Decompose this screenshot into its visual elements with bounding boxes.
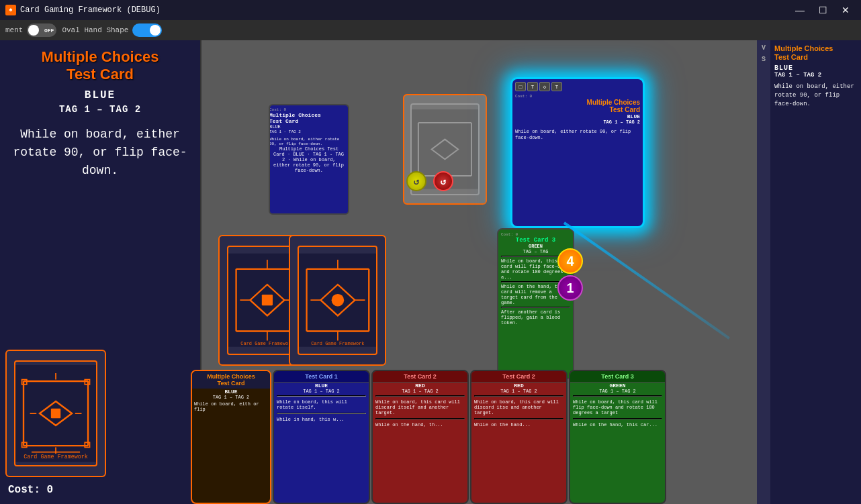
- laser-beam: [563, 221, 730, 339]
- svg-rect-29: [261, 295, 272, 305]
- hand-tc1-color: BLUE: [274, 383, 369, 389]
- right-panel-content: Multiple ChoicesTest Card BLUE TAG 1 – T…: [770, 40, 861, 504]
- toggle-2-switch[interactable]: ON: [132, 23, 162, 37]
- hand-mc-body: While on board, eith or flip: [192, 400, 270, 413]
- right-panel: V S Multiple ChoicesTest Card BLUE TAG 1…: [757, 40, 861, 504]
- toggle-1-knob: [28, 25, 39, 36]
- title-bar-left: ♠ Card Gaming Framework (DEBUG): [5, 5, 161, 15]
- app-title: Card Gaming Framework (DEBUG): [20, 5, 161, 15]
- hand-tc2a-tags: TAG 1 – TAG 2: [373, 389, 467, 394]
- hand-tc2a-title: Test Card 2: [373, 371, 467, 383]
- hand-area: Multiple ChoicesTest Card BLUE TAG 1 – T…: [0, 363, 861, 504]
- toggle-group-2: Oval Hand Shape ON: [62, 23, 162, 37]
- toggle-2-state: ON: [153, 28, 160, 34]
- window-controls[interactable]: — ☐ ✕: [790, 3, 856, 17]
- left-panel-body: While on board, either rotate 90, or fli…: [8, 125, 192, 180]
- toggle1-label: ment: [5, 26, 23, 34]
- hand-card-multiple-choices[interactable]: Multiple ChoicesTest Card BLUE TAG 1 – T…: [191, 370, 271, 504]
- right-panel-sidebar: V S: [757, 40, 770, 504]
- toggle-1-switch[interactable]: OFF: [27, 23, 56, 37]
- hand-tc2a-color: RED: [373, 383, 467, 389]
- hand-card-test-3[interactable]: Test Card 3 GREEN TAG 1 – TAG 2 While on…: [569, 370, 666, 504]
- hand-mc-tags: TAG 1 – TAG 2: [192, 395, 270, 400]
- rotated-cards-group: Cost: 0 Multiple ChoicesTest Card BLUE T…: [349, 94, 490, 201]
- right-panel-title: Multiple ChoicesTest Card: [774, 44, 857, 62]
- hand-mc-color: BLUE: [192, 389, 270, 395]
- right-panel-v-label: V: [762, 44, 766, 52]
- left-panel-title: Multiple ChoicesTest Card: [8, 48, 192, 84]
- svg-point-41: [331, 294, 344, 307]
- svg-text:Card Game Framework: Card Game Framework: [311, 342, 364, 347]
- right-panel-color: BLUE: [774, 64, 857, 72]
- hand-tc3-body: While on board, this card will flip face…: [570, 398, 665, 417]
- hand-tc2b-color: RED: [471, 383, 566, 389]
- hand-tc3-color: GREEN: [570, 383, 665, 389]
- toggle-1-state: OFF: [44, 28, 54, 34]
- hand-tc2a-body: While on board, this card will discard i…: [373, 398, 467, 417]
- hand-tc1-body2: While in hand, this w...: [274, 415, 369, 423]
- right-panel-s-label: S: [762, 56, 766, 63]
- close-button[interactable]: ✕: [835, 3, 856, 17]
- hand-card-test-2b[interactable]: Test Card 2 RED TAG 1 – TAG 2 While on b…: [470, 370, 568, 504]
- token-l2-icon: ↺: [433, 171, 453, 191]
- svg-text:Card Game Framework: Card Game Framework: [240, 342, 293, 347]
- badge-1: 1: [557, 275, 583, 301]
- hand-tc3-body2: While on the hand, this car...: [570, 421, 665, 429]
- hand-tc1-body: While on board, this will rotate itself.: [274, 398, 369, 411]
- menu-bar: ment OFF Oval Hand Shape ON: [0, 20, 861, 40]
- toggle-group-1: ment OFF: [5, 23, 56, 37]
- app-icon: ♠: [5, 5, 16, 15]
- toggle2-label: Oval Hand Shape: [62, 26, 128, 34]
- selected-card-glow: □ T ◇ T Cost: 0 Multiple ChoicesTest Car…: [510, 77, 645, 228]
- hand-tc2b-title: Test Card 2: [471, 371, 566, 383]
- title-bar: ♠ Card Gaming Framework (DEBUG) — ☐ ✕: [0, 0, 861, 20]
- right-panel-body: While on board, either rotate 90, or fli…: [774, 83, 857, 108]
- maximize-button[interactable]: ☐: [813, 3, 833, 17]
- left-panel-tags: TAG 1 – TAG 2: [8, 104, 192, 115]
- hand-mc-title: Multiple ChoicesTest Card: [192, 371, 270, 389]
- hand-tc2b-body: While on board, this card will discard i…: [471, 398, 566, 417]
- facedown-card-board-2: Card Game Framework: [289, 235, 386, 366]
- tc3-cost: Cost: 0: [501, 232, 570, 237]
- another-text: and another: [511, 405, 542, 410]
- hand-tc3-title: Test Card 3: [570, 371, 665, 383]
- hand-tc3-tags: TAG 1 – TAG 2: [570, 389, 665, 394]
- badge-4: 4: [557, 248, 583, 274]
- hand-tc2b-tags: TAG 1 – TAG 2: [471, 389, 566, 394]
- hand-tc1-tags: TAG 1 – TAG 2: [274, 389, 369, 394]
- tc3-body3: After another card is flipped, gain a bl…: [501, 309, 570, 325]
- hand-tc2a-body2: While on the hand, th...: [373, 421, 467, 429]
- blue-card-rotated: Cost: 0 Multiple ChoicesTest Card BLUE T…: [269, 104, 349, 215]
- right-panel-tags: TAG 1 – TAG 2: [774, 72, 857, 79]
- tc3-color: GREEN: [501, 244, 570, 249]
- left-panel-color: BLUE: [8, 89, 192, 101]
- tc3-title: Test Card 3: [501, 237, 570, 244]
- token-l-icon: ↺: [406, 171, 426, 191]
- hand-card-test-2a[interactable]: Test Card 2 RED TAG 1 – TAG 2 While on b…: [371, 370, 469, 504]
- circuit-board-2: Card Game Framework: [299, 247, 377, 353]
- minimize-button[interactable]: —: [790, 3, 810, 17]
- hand-card-test-1[interactable]: Test Card 1 BLUE TAG 1 – TAG 2 While on …: [273, 370, 370, 504]
- hand-tc2b-body2: While on the hand...: [471, 421, 566, 429]
- hand-tc1-title: Test Card 1: [274, 371, 369, 383]
